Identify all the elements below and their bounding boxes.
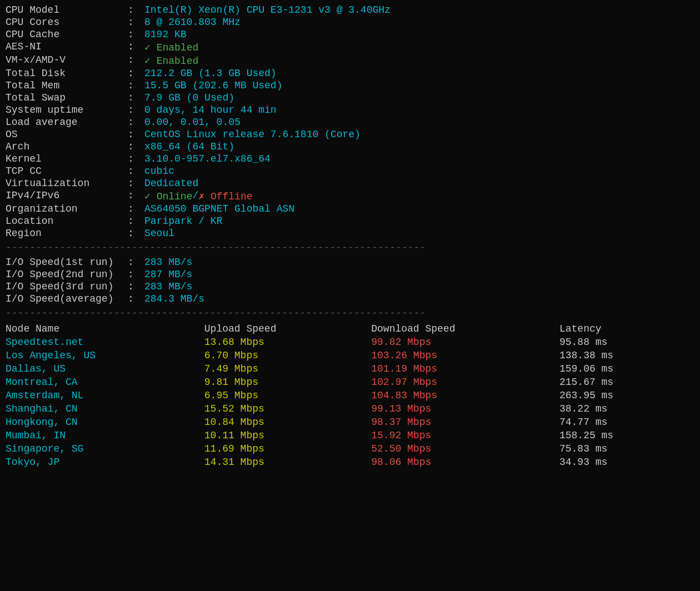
system-info-section: CPU Model : Intel(R) Xeon(R) CPU E3-1231… (6, 4, 694, 239)
network-row: Montreal, CA9.81 Mbps102.97 Mbps215.67 m… (6, 375, 694, 389)
download-speed-cell: 104.83 Mbps (371, 389, 559, 402)
total-disk-label: Total Disk (6, 68, 128, 79)
cpu-model-row: CPU Model : Intel(R) Xeon(R) CPU E3-1231… (6, 4, 694, 16)
arch-row: Arch : x86_64 (64 Bit) (6, 141, 694, 152)
cpu-cores-value: 8 @ 2610.803 MHz (144, 17, 241, 28)
upload-speed-cell: 6.95 Mbps (204, 389, 371, 402)
kernel-row: Kernel : 3.10.0-957.el7.x86_64 (6, 153, 694, 164)
organization-row: Organization : AS64050 BGPNET Global ASN (6, 203, 694, 214)
divider-1: ----------------------------------------… (6, 242, 694, 253)
aes-ni-value: ✓ Enabled (144, 41, 198, 53)
latency-cell: 159.06 ms (559, 362, 694, 375)
io-section: I/O Speed(1st run) : 283 MB/s I/O Speed(… (6, 257, 694, 304)
location-label: Location (6, 216, 128, 227)
total-mem-row: Total Mem : 15.5 GB (202.6 MB Used) (6, 80, 694, 91)
col-download-header: Download Speed (371, 322, 559, 335)
download-speed-cell: 102.97 Mbps (371, 375, 559, 389)
location-value: Paripark / KR (144, 216, 222, 227)
download-speed-cell: 98.37 Mbps (371, 415, 559, 429)
organization-value: AS64050 BGPNET Global ASN (144, 203, 294, 214)
node-name-cell: Mumbai, IN (6, 429, 204, 442)
load-average-label: Load average (6, 117, 128, 128)
cpu-cache-label: CPU Cache (6, 29, 128, 40)
network-section: Node Name Upload Speed Download Speed La… (6, 322, 694, 469)
cpu-model-label: CPU Model (6, 4, 128, 16)
network-row: Hongkong, CN10.84 Mbps98.37 Mbps74.77 ms (6, 415, 694, 429)
arch-value: x86_64 (64 Bit) (144, 141, 234, 152)
download-speed-cell: 98.06 Mbps (371, 455, 559, 469)
os-row: OS : CentOS Linux release 7.6.1810 (Core… (6, 129, 694, 140)
cpu-cores-row: CPU Cores : 8 @ 2610.803 MHz (6, 17, 694, 28)
region-label: Region (6, 228, 128, 239)
os-value: CentOS Linux release 7.6.1810 (Core) (144, 129, 361, 140)
download-speed-cell: 101.19 Mbps (371, 362, 559, 375)
node-name-cell: Montreal, CA (6, 375, 204, 389)
upload-speed-cell: 9.81 Mbps (204, 375, 371, 389)
region-value: Seoul (144, 228, 174, 239)
node-name-cell: Hongkong, CN (6, 415, 204, 429)
download-speed-cell: 99.82 Mbps (371, 335, 559, 349)
network-row: Mumbai, IN10.11 Mbps15.92 Mbps158.25 ms (6, 429, 694, 442)
virtualization-row: Virtualization : Dedicated (6, 178, 694, 189)
node-name-cell: Singapore, SG (6, 442, 204, 455)
network-row: Amsterdam, NL6.95 Mbps104.83 Mbps263.95 … (6, 389, 694, 402)
latency-cell: 263.95 ms (559, 389, 694, 402)
vm-amd-label: VM-x/AMD-V (6, 54, 128, 67)
node-name-cell: Tokyo, JP (6, 455, 204, 469)
system-uptime-value: 0 days, 14 hour 44 min (144, 104, 277, 116)
cpu-cache-value: 8192 KB (144, 29, 187, 40)
kernel-value: 3.10.0-957.el7.x86_64 (144, 153, 271, 164)
system-uptime-label: System uptime (6, 104, 128, 116)
tcp-cc-row: TCP CC : cubic (6, 166, 694, 177)
latency-cell: 34.93 ms (559, 455, 694, 469)
vm-amd-value: ✓ Enabled (144, 54, 198, 67)
upload-speed-cell: 10.11 Mbps (204, 429, 371, 442)
upload-speed-cell: 10.84 Mbps (204, 415, 371, 429)
node-name-cell: Amsterdam, NL (6, 389, 204, 402)
vm-amd-row: VM-x/AMD-V : ✓ Enabled (6, 54, 694, 67)
io-run1-label: I/O Speed(1st run) (6, 257, 128, 268)
download-speed-cell: 52.50 Mbps (371, 442, 559, 455)
arch-label: Arch (6, 141, 128, 152)
io-run3-label: I/O Speed(3rd run) (6, 281, 128, 292)
io-run2-label: I/O Speed(2nd run) (6, 269, 128, 280)
node-name-cell: Los Angeles, US (6, 349, 204, 362)
tcp-cc-value: cubic (144, 166, 174, 177)
aes-ni-row: AES-NI : ✓ Enabled (6, 41, 694, 53)
os-label: OS (6, 129, 128, 140)
col-upload-header: Upload Speed (204, 322, 371, 335)
network-row: Tokyo, JP14.31 Mbps98.06 Mbps34.93 ms (6, 455, 694, 469)
latency-cell: 138.38 ms (559, 349, 694, 362)
virtualization-label: Virtualization (6, 178, 128, 189)
ipv6-offline-value: ✗ Offline (198, 190, 252, 202)
upload-speed-cell: 13.68 Mbps (204, 335, 371, 349)
io-run2-row: I/O Speed(2nd run) : 287 MB/s (6, 269, 694, 280)
ipv4-ipv6-row: IPv4/IPv6 : ✓ Online / ✗ Offline (6, 190, 694, 202)
system-uptime-row: System uptime : 0 days, 14 hour 44 min (6, 104, 694, 116)
latency-cell: 215.67 ms (559, 375, 694, 389)
download-speed-cell: 99.13 Mbps (371, 402, 559, 415)
load-average-row: Load average : 0.00, 0.01, 0.05 (6, 117, 694, 128)
upload-speed-cell: 11.69 Mbps (204, 442, 371, 455)
io-avg-label: I/O Speed(average) (6, 293, 128, 304)
download-speed-cell: 15.92 Mbps (371, 429, 559, 442)
latency-cell: 74.77 ms (559, 415, 694, 429)
node-name-cell: Speedtest.net (6, 335, 204, 349)
cpu-cache-row: CPU Cache : 8192 KB (6, 29, 694, 40)
network-header-row: Node Name Upload Speed Download Speed La… (6, 322, 694, 335)
upload-speed-cell: 7.49 Mbps (204, 362, 371, 375)
ipv4-online-value: ✓ Online (144, 190, 192, 202)
total-swap-label: Total Swap (6, 92, 128, 103)
node-name-cell: Dallas, US (6, 362, 204, 375)
cpu-cores-label: CPU Cores (6, 17, 128, 28)
total-swap-value: 7.9 GB (0 Used) (144, 92, 234, 103)
total-swap-row: Total Swap : 7.9 GB (0 Used) (6, 92, 694, 103)
network-row: Speedtest.net13.68 Mbps99.82 Mbps95.88 m… (6, 335, 694, 349)
region-row: Region : Seoul (6, 228, 694, 239)
io-run3-row: I/O Speed(3rd run) : 283 MB/s (6, 281, 694, 292)
io-run1-value: 283 MB/s (144, 257, 192, 268)
tcp-cc-label: TCP CC (6, 166, 128, 177)
load-average-value: 0.00, 0.01, 0.05 (144, 117, 241, 128)
total-disk-row: Total Disk : 212.2 GB (1.3 GB Used) (6, 68, 694, 79)
kernel-label: Kernel (6, 153, 128, 164)
